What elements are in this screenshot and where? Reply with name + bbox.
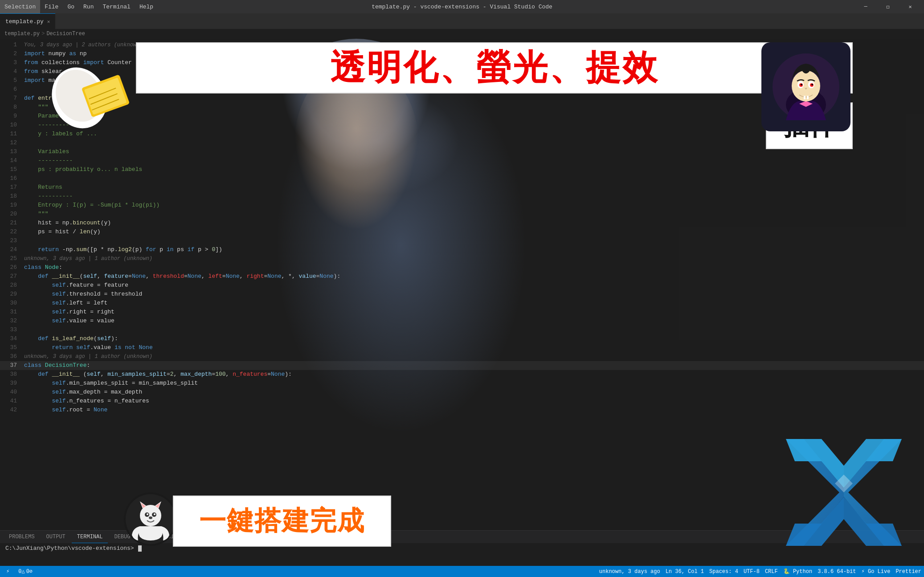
- svg-point-25: [149, 516, 152, 519]
- promo-bottom-banner: 一鍵搭建完成: [173, 496, 391, 547]
- svg-point-20: [140, 505, 161, 526]
- tab-output[interactable]: OUTPUT: [41, 531, 71, 543]
- go-live-text: ⚡ Go Live: [862, 568, 891, 575]
- status-line-ending[interactable]: CRLF: [762, 566, 781, 577]
- status-spaces[interactable]: Spaces: 4: [707, 566, 741, 577]
- promo-bottom-text: 一鍵搭建完成: [199, 503, 365, 539]
- dracula-svg: [770, 51, 842, 122]
- svg-point-23: [147, 513, 148, 515]
- close-button[interactable]: ✕: [900, 0, 920, 13]
- warning-count: 0⊘: [26, 568, 33, 575]
- anime-character-overlay: [134, 39, 579, 555]
- window-controls: ─ ◻ ✕: [855, 0, 924, 13]
- menu-selection[interactable]: Selection: [0, 0, 40, 13]
- status-encoding[interactable]: UTF-8: [741, 566, 762, 577]
- git-info-text: unknown, 3 days ago: [599, 569, 660, 575]
- svg-point-8: [811, 84, 813, 85]
- spaces-text: Spaces: 4: [709, 569, 738, 575]
- title-bar: Selection File Go Run Terminal Help temp…: [0, 0, 924, 13]
- tab-problems[interactable]: PROBLEMS: [4, 531, 40, 543]
- cursor-position: Ln 36, Col 1: [666, 569, 704, 575]
- status-position[interactable]: Ln 36, Col 1: [663, 566, 707, 577]
- tab-label: template.py: [5, 18, 44, 25]
- menu-run[interactable]: Run: [79, 0, 98, 13]
- dracula-icon: [761, 42, 850, 131]
- menu-terminal[interactable]: Terminal: [98, 0, 135, 13]
- svg-rect-10: [807, 96, 809, 99]
- status-go-live[interactable]: ⚡ Go Live: [859, 566, 893, 577]
- window-title: template.py - vscode-extensions - Visual…: [372, 4, 552, 10]
- status-right-section: unknown, 3 days ago Ln 36, Col 1 Spaces:…: [597, 566, 924, 577]
- terminal-cursor: [138, 545, 142, 552]
- encoding-text: UTF-8: [744, 569, 760, 575]
- status-left-section: ⚡ 0△ 0⊘: [0, 566, 35, 577]
- tab-terminal[interactable]: TERMINAL: [72, 531, 108, 543]
- vscode-svg: [777, 426, 911, 550]
- status-git-branch[interactable]: ⚡: [4, 566, 12, 577]
- promo-top-text: 透明化、螢光、提效: [330, 45, 659, 91]
- tab-bar: template.py ✕: [0, 13, 924, 29]
- promo-top-banner: 透明化、螢光、提效: [136, 42, 853, 93]
- tab-template-py[interactable]: template.py ✕: [0, 13, 55, 29]
- status-language[interactable]: 🐍 Python: [781, 566, 815, 577]
- error-count: 0△: [18, 568, 25, 575]
- menu-bar: Selection File Go Run Terminal Help: [0, 0, 158, 13]
- vscode-logo: [777, 426, 911, 550]
- svg-point-24: [154, 513, 155, 515]
- status-errors[interactable]: 0△ 0⊘: [16, 566, 35, 577]
- line-ending-text: CRLF: [765, 569, 778, 575]
- prettier-text: Prettier: [895, 569, 921, 575]
- github-icon: [124, 492, 177, 546]
- python-version-text: 3.8.6 64-bit: [818, 569, 856, 575]
- breadcrumb: template.py > DecisionTree: [0, 29, 924, 39]
- status-bar: ⚡ 0△ 0⊘ unknown, 3 days ago Ln 36, Col 1…: [0, 566, 924, 577]
- github-svg: [124, 492, 177, 546]
- menu-file[interactable]: File: [40, 0, 63, 13]
- breadcrumb-symbol[interactable]: DecisionTree: [46, 31, 85, 37]
- menu-go[interactable]: Go: [63, 0, 79, 13]
- tab-close-icon[interactable]: ✕: [47, 19, 50, 24]
- status-git-info[interactable]: unknown, 3 days ago: [597, 566, 663, 577]
- status-prettier[interactable]: Prettier: [893, 566, 924, 577]
- status-python-version[interactable]: 3.8.6 64-bit: [815, 566, 859, 577]
- menu-help[interactable]: Help: [135, 0, 158, 13]
- minimize-button[interactable]: ─: [855, 0, 876, 13]
- breadcrumb-file[interactable]: template.py: [4, 31, 40, 37]
- terminal-prompt: C:\JunXiang\Python\vscode-extensions>: [5, 545, 134, 552]
- svg-rect-9: [804, 96, 805, 99]
- git-branch-icon: ⚡: [6, 568, 9, 575]
- maximize-button[interactable]: ◻: [878, 0, 898, 13]
- svg-point-7: [801, 84, 802, 85]
- language-text: 🐍 Python: [783, 568, 812, 575]
- breadcrumb-separator: >: [41, 31, 45, 37]
